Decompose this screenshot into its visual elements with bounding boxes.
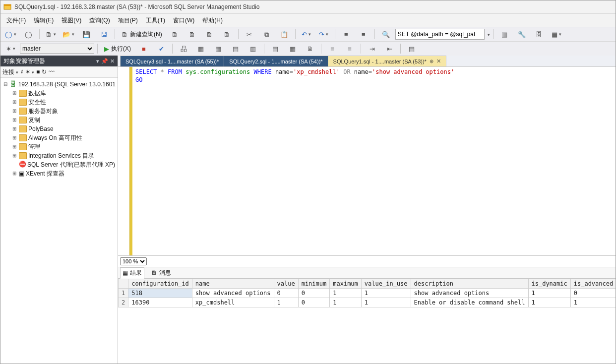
- tree-node-alwayson[interactable]: ⊞Always On 高可用性: [10, 133, 117, 142]
- open-item-button[interactable]: 📂: [60, 28, 77, 40]
- tab-sqlquery3[interactable]: SQLQuery3.sql - 1....master (SA (55))*: [120, 56, 224, 66]
- disconnect-icon[interactable]: ✶: [25, 68, 34, 75]
- copy-button[interactable]: ⧉: [259, 28, 275, 40]
- new-query-button[interactable]: 🗎新建查询(N): [118, 28, 166, 40]
- table-row[interactable]: 2 16390 xp_cmdshell 1 0 1 1 Enable or di…: [119, 298, 616, 307]
- cell[interactable]: 0: [274, 289, 298, 298]
- layout-button[interactable]: ▦: [549, 28, 564, 40]
- cell[interactable]: 1: [330, 298, 362, 307]
- new-mdx-button[interactable]: 🗎: [185, 28, 200, 40]
- tree-node-sql-agent[interactable]: ⛔SQL Server 代理(已禁用代理 XP): [10, 160, 117, 169]
- col-header[interactable]: description: [411, 279, 528, 289]
- cell[interactable]: 1: [274, 298, 298, 307]
- connect-dropdown[interactable]: 连接: [2, 68, 18, 76]
- specify-values-button[interactable]: ▤: [404, 43, 420, 55]
- heartbeat-icon[interactable]: 〰: [49, 68, 55, 75]
- database-select[interactable]: master: [20, 44, 94, 54]
- results-grid-button[interactable]: ▦: [285, 43, 301, 55]
- col-header[interactable]: minimum: [298, 279, 330, 289]
- table-row[interactable]: 1 518 show advanced options 0 0 1 1 show…: [119, 289, 616, 298]
- actual-plan-button[interactable]: ▦: [193, 43, 209, 55]
- outdent2-button[interactable]: ⇤: [381, 43, 397, 55]
- col-header[interactable]: maximum: [330, 279, 362, 289]
- menu-project[interactable]: 项目(P): [114, 15, 142, 26]
- panel-close-icon[interactable]: ✕: [110, 58, 115, 64]
- refresh-icon[interactable]: ↻: [42, 68, 47, 75]
- col-header[interactable]: name: [192, 279, 274, 289]
- tree-node-integration-services[interactable]: ⊞Integration Services 目录: [10, 151, 117, 160]
- cell[interactable]: 1: [570, 298, 616, 307]
- cell[interactable]: 518: [128, 289, 192, 298]
- menu-help[interactable]: 帮助(H): [198, 15, 227, 26]
- properties-button[interactable]: 🔧: [514, 28, 530, 40]
- find-button[interactable]: 🔍: [378, 28, 394, 40]
- menu-view[interactable]: 视图(V): [58, 15, 85, 26]
- menu-window[interactable]: 窗口(W): [169, 15, 198, 26]
- outdent-button[interactable]: ≡: [356, 28, 371, 40]
- results-text-button[interactable]: ▤: [267, 43, 283, 55]
- col-header[interactable]: value_in_use: [361, 279, 411, 289]
- close-icon[interactable]: ✕: [436, 58, 441, 64]
- results-file-button[interactable]: 🗎: [302, 43, 318, 55]
- cell[interactable]: Enable or disable command shell: [411, 298, 528, 307]
- cell[interactable]: 1: [528, 289, 570, 298]
- cell[interactable]: show advanced options: [192, 289, 274, 298]
- col-header[interactable]: configuration_id: [128, 279, 192, 289]
- cell[interactable]: 0: [298, 289, 330, 298]
- cut-button[interactable]: ✂: [242, 28, 257, 40]
- connection-options-button[interactable]: ✶: [2, 43, 18, 55]
- execute-button[interactable]: ▶执行(X): [101, 43, 134, 55]
- cell[interactable]: 1: [361, 289, 411, 298]
- quick-find-dropdown[interactable]: [486, 31, 490, 38]
- tree-node-xevent[interactable]: ⊞▣XEvent 探查器: [10, 169, 117, 178]
- cell[interactable]: 0: [570, 289, 616, 298]
- save-button[interactable]: 💾: [78, 28, 94, 40]
- uncomment-button[interactable]: ≡: [342, 43, 358, 55]
- save-all-button[interactable]: 🖫: [96, 28, 112, 40]
- indent2-button[interactable]: ⇥: [364, 43, 380, 55]
- tree-node-replication[interactable]: ⊞复制: [10, 116, 117, 124]
- comment-button[interactable]: ≡: [324, 43, 340, 55]
- client-stats-button[interactable]: ▤: [228, 43, 244, 55]
- new-analysis-button[interactable]: 🗎: [167, 28, 183, 40]
- col-header[interactable]: is_advanced: [570, 279, 616, 289]
- tab-sqlquery2[interactable]: SQLQuery2.sql - 1....master (SA (54))*: [224, 56, 328, 66]
- results-grid[interactable]: configuration_id name value minimum maxi…: [118, 279, 616, 307]
- menu-file[interactable]: 文件(F): [2, 15, 30, 26]
- undo-button[interactable]: ↶: [299, 28, 314, 40]
- quick-find-input[interactable]: [395, 29, 485, 40]
- redo-button[interactable]: ↷: [316, 28, 332, 40]
- panel-menu-icon[interactable]: ▾: [96, 58, 99, 64]
- tree-server-node[interactable]: ⊟ 🗄 192.168.3.28 (SQL Server 13.0.1601: [1, 80, 117, 89]
- col-header[interactable]: is_dynamic: [528, 279, 570, 289]
- paste-button[interactable]: 📋: [276, 28, 292, 40]
- parse-button[interactable]: ✔: [153, 43, 169, 55]
- nav-fwd-button[interactable]: ◯: [20, 28, 36, 40]
- cell[interactable]: 1: [330, 289, 362, 298]
- tree-node-server-objects[interactable]: ⊞服务器对象: [10, 107, 117, 116]
- sql-text[interactable]: SELECT * FROM sys.configurations WHERE n…: [132, 67, 616, 255]
- pin-icon[interactable]: ⊕: [430, 59, 433, 64]
- menu-tools[interactable]: 工具(T): [142, 15, 169, 26]
- registered-servers-button[interactable]: 🗄: [531, 28, 547, 40]
- activity-monitor-button[interactable]: ▥: [496, 28, 512, 40]
- cell[interactable]: xp_cmdshell: [192, 298, 274, 307]
- zoom-select[interactable]: 100 %: [120, 257, 147, 265]
- cell[interactable]: 1: [528, 298, 570, 307]
- indent-button[interactable]: ≡: [338, 28, 354, 40]
- include-plan-button[interactable]: ▥: [245, 43, 261, 55]
- cell[interactable]: 0: [298, 298, 330, 307]
- collapse-icon[interactable]: ⊟: [2, 80, 8, 89]
- tree-node-databases[interactable]: ⊞数据库: [10, 89, 117, 98]
- new-dmx-button[interactable]: 🗎: [202, 28, 218, 40]
- tree-node-management[interactable]: ⊞管理: [10, 142, 117, 151]
- sql-editor[interactable]: SELECT * FROM sys.configurations WHERE n…: [118, 67, 616, 256]
- menu-query[interactable]: 查询(Q): [85, 15, 114, 26]
- cell[interactable]: 16390: [128, 298, 192, 307]
- panel-pin-icon[interactable]: 📌: [101, 58, 108, 64]
- menu-edit[interactable]: 编辑(E): [30, 15, 58, 26]
- nav-back-button[interactable]: ◯: [2, 28, 19, 40]
- live-stats-button[interactable]: ▦: [210, 43, 226, 55]
- estimated-plan-button[interactable]: 品: [176, 43, 191, 55]
- cell[interactable]: 1: [361, 298, 411, 307]
